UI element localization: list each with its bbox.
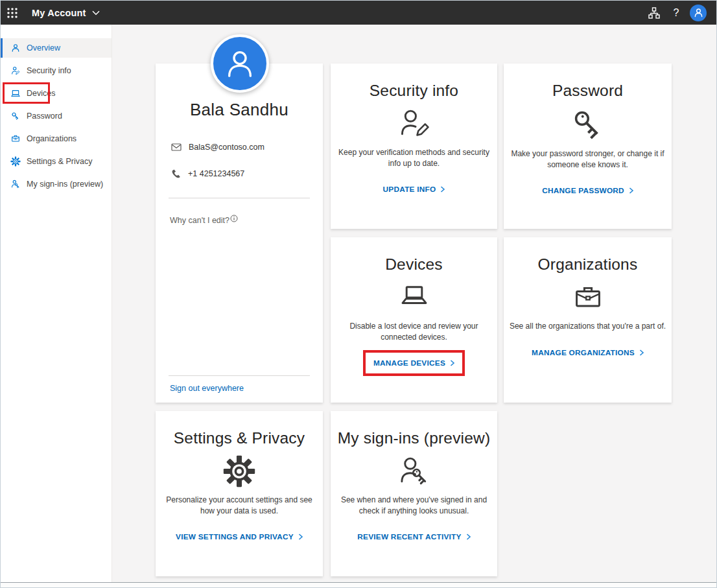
manage-devices-link[interactable]: MANAGE DEVICES (373, 359, 454, 368)
annotation-box-manage-devices: MANAGE DEVICES (363, 350, 465, 376)
person-edit-icon (10, 65, 21, 76)
phone-row: +1 4251234567 (171, 169, 323, 178)
briefcase-icon (10, 134, 21, 144)
my-sign-ins-card: My sign-ins (preview) See when and where… (331, 411, 497, 576)
gear-icon (222, 454, 257, 489)
sidebar-item-label: Settings & Privacy (27, 157, 92, 166)
sidebar-item-label: Overview (27, 43, 60, 53)
email-row: BalaS@contoso.com (171, 142, 323, 152)
person-icon (10, 43, 21, 53)
action-label: REVIEW RECENT ACTIVITY (357, 532, 461, 541)
chevron-right-icon (298, 534, 303, 540)
info-icon (230, 215, 238, 222)
sidebar-item-settings-privacy[interactable]: Settings & Privacy (1, 152, 112, 171)
chevron-down-icon (92, 10, 100, 16)
divider (169, 198, 310, 198)
person-key-icon (10, 179, 21, 189)
card-title: Settings & Privacy (174, 429, 305, 447)
change-password-link[interactable]: CHANGE PASSWORD (542, 186, 633, 195)
card-description: See when and where you've signed in and … (337, 495, 491, 516)
profile-avatar (211, 34, 269, 93)
briefcase-icon (570, 280, 605, 315)
person-key-icon (397, 454, 432, 489)
contact-info: BalaS@contoso.com +1 4251234567 (171, 142, 323, 178)
page-body: Overview Security info Devices (1, 25, 716, 582)
account-avatar-button[interactable] (690, 5, 707, 21)
card-description: Keep your verification methods and secur… (337, 147, 491, 169)
card-title: Organizations (538, 255, 638, 274)
organizations-card: Organizations See all the organizations … (504, 237, 672, 403)
sidebar-item-organizations[interactable]: Organizations (1, 129, 112, 148)
chevron-right-icon (466, 534, 471, 540)
card-description: Make your password stronger, or change i… (510, 148, 666, 170)
chevron-right-icon (629, 187, 633, 194)
sidebar-item-password[interactable]: Password (1, 106, 112, 126)
sitemap-icon (648, 6, 661, 19)
chevron-right-icon (440, 186, 445, 193)
spacer (156, 225, 323, 375)
window-bottom-edge (1, 582, 716, 587)
gear-icon (10, 156, 21, 167)
help-icon: ? (674, 7, 679, 19)
view-settings-privacy-link[interactable]: VIEW SETTINGS AND PRIVACY (176, 532, 303, 541)
person-icon (222, 46, 257, 81)
action-label: MANAGE ORGANIZATIONS (532, 348, 635, 357)
sidebar-item-label: My sign-ins (preview) (27, 180, 103, 189)
sidebar-item-my-sign-ins[interactable]: My sign-ins (preview) (1, 174, 112, 194)
card-description: Disable a lost device and review your co… (342, 321, 486, 342)
top-app-bar: My Account ? (1, 1, 716, 25)
action-label: VIEW SETTINGS AND PRIVACY (176, 532, 294, 541)
password-card: Password Make your password stronger, or… (504, 64, 672, 229)
manage-organizations-link[interactable]: MANAGE ORGANIZATIONS (532, 348, 644, 357)
sidebar-item-label: Organizations (27, 134, 76, 143)
waffle-icon (7, 8, 18, 18)
app-title-menu[interactable]: My Account (32, 8, 100, 18)
review-recent-activity-link[interactable]: REVIEW RECENT ACTIVITY (357, 532, 470, 541)
laptop-icon (10, 88, 21, 99)
sign-out-everywhere-link[interactable]: Sign out everywhere (170, 384, 323, 393)
card-title: Devices (385, 255, 443, 274)
my-account-portal: My Account ? (0, 0, 717, 588)
key-icon (570, 106, 606, 143)
divider (169, 375, 310, 376)
card-title: My sign-ins (preview) (338, 429, 491, 447)
person-icon (693, 7, 704, 18)
main-content: Bala Sandhu BalaS@contoso.com (112, 25, 716, 582)
left-nav: Overview Security info Devices (1, 25, 112, 582)
profile-card: Bala Sandhu BalaS@contoso.com (156, 64, 323, 403)
profile-email: BalaS@contoso.com (189, 143, 264, 152)
help-button[interactable]: ? (665, 1, 687, 25)
update-info-link[interactable]: UPDATE INFO (383, 185, 445, 194)
action-label: MANAGE DEVICES (373, 359, 445, 368)
edit-hint-text: Why can't I edit? (170, 216, 229, 225)
settings-privacy-card: Settings & Privacy (156, 411, 323, 576)
sidebar-item-security-info[interactable]: Security info (1, 61, 112, 80)
card-title: Password (552, 82, 623, 100)
sidebar-item-label: Password (27, 112, 62, 121)
devices-card: Devices Disable a lost device and review… (331, 237, 497, 403)
edit-hint[interactable]: Why can't I edit? (170, 216, 323, 225)
action-label: UPDATE INFO (383, 185, 436, 194)
card-description: See all the organizations that you're a … (510, 321, 666, 332)
card-title: Security info (370, 82, 458, 100)
chevron-right-icon (639, 349, 644, 356)
phone-icon (171, 169, 181, 178)
action-label: CHANGE PASSWORD (542, 186, 624, 195)
profile-phone: +1 4251234567 (188, 169, 244, 178)
organization-switcher-button[interactable] (643, 1, 665, 25)
person-edit-icon (397, 106, 432, 141)
sidebar-item-label: Devices (27, 89, 55, 98)
sidebar-item-overview[interactable]: Overview (1, 38, 112, 58)
chevron-right-icon (450, 360, 454, 366)
app-launcher-button[interactable] (1, 1, 24, 25)
app-title: My Account (32, 8, 86, 18)
card-description: Personalize your account settings and se… (162, 495, 316, 516)
laptop-icon (397, 280, 432, 315)
sidebar-item-devices[interactable]: Devices (1, 84, 112, 103)
profile-name: Bala Sandhu (156, 100, 323, 120)
security-info-card: Security info Keep your verification met… (331, 64, 497, 229)
envelope-icon (171, 142, 182, 152)
sidebar-item-label: Security info (27, 66, 71, 75)
key-icon (10, 111, 21, 121)
